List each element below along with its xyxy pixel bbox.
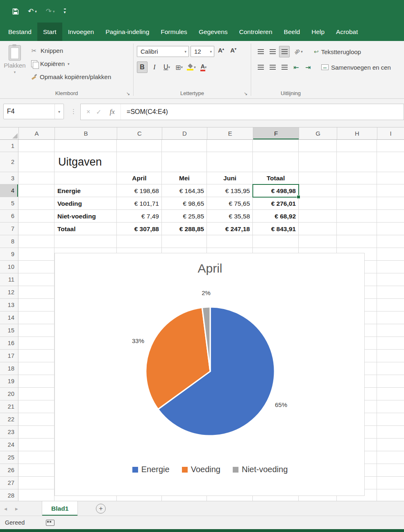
row-header-2[interactable]: 2 — [0, 152, 18, 172]
row-header-5[interactable]: 5 — [0, 197, 18, 210]
column-header-A[interactable]: A — [19, 127, 55, 139]
shrink-font-button[interactable]: A ▾ — [230, 47, 236, 54]
undo-button[interactable]: ↶ ▾ — [28, 8, 37, 15]
row-header-18[interactable]: 18 — [0, 362, 18, 375]
cell-E4[interactable]: € 135,95 — [207, 184, 253, 197]
sheet-nav-next-icon[interactable]: ▸ — [11, 501, 22, 516]
cell-C3[interactable]: April — [117, 172, 162, 184]
row-header-11[interactable]: 11 — [0, 273, 18, 286]
cell-F3[interactable]: Totaal — [253, 172, 299, 184]
orientation-button[interactable]: ab ▾ — [294, 49, 303, 55]
cell-E6[interactable]: € 35,58 — [207, 210, 253, 223]
font-size-combo[interactable]: 12 ▾ — [191, 46, 214, 57]
row-header-8[interactable]: 8 — [0, 235, 18, 248]
row-header-6[interactable]: 6 — [0, 210, 18, 223]
align-bottom-button[interactable] — [279, 46, 290, 57]
row-header-15[interactable]: 15 — [0, 324, 18, 337]
cell-C6[interactable]: € 7,49 — [117, 210, 162, 223]
ribbon-tab[interactable]: Acrobat — [330, 23, 363, 41]
italic-button[interactable]: I — [149, 61, 160, 73]
cancel-entry-icon[interactable]: × — [81, 108, 96, 116]
cell-E5[interactable]: € 75,65 — [207, 197, 253, 210]
cell-C7[interactable]: € 307,88 — [117, 223, 162, 235]
row-header-1[interactable]: 1 — [0, 140, 18, 152]
macro-record-icon[interactable] — [46, 520, 54, 526]
ribbon-tab[interactable]: Formules — [155, 23, 193, 41]
column-header-I[interactable]: I — [377, 127, 404, 139]
save-button[interactable] — [12, 8, 19, 15]
dialog-launcher-icon[interactable]: ↘ — [244, 91, 247, 96]
ribbon-tab[interactable]: Start — [37, 23, 62, 41]
cell-F5[interactable]: € 276,01 — [253, 197, 299, 210]
cell-C4[interactable]: € 198,68 — [117, 184, 162, 197]
insert-function-icon[interactable]: fx — [107, 108, 120, 116]
cell-D4[interactable]: € 164,35 — [162, 184, 207, 197]
row-header-17[interactable]: 17 — [0, 350, 18, 362]
row-header-10[interactable]: 10 — [0, 261, 18, 273]
bold-button[interactable]: B — [137, 61, 148, 73]
sheet-nav-prev-icon[interactable]: ◂ — [0, 501, 11, 516]
row-header-3[interactable]: 3 — [0, 172, 18, 184]
cell-D5[interactable]: € 98,65 — [162, 197, 207, 210]
name-box[interactable]: F4 ▾ — [3, 104, 64, 119]
add-sheet-button[interactable]: + — [96, 504, 106, 514]
copy-button[interactable]: Kopiëren ▾ — [30, 58, 111, 69]
align-right-button[interactable] — [279, 61, 290, 73]
legend-item-energie[interactable]: Energie — [132, 465, 170, 474]
column-header-C[interactable]: C — [117, 127, 162, 139]
align-middle-button[interactable] — [267, 46, 278, 57]
row-header-25[interactable]: 25 — [0, 451, 18, 464]
pie-chart[interactable]: April 65% 33% 2% Energie Voeding — [54, 253, 365, 496]
confirm-entry-icon[interactable]: ✓ — [96, 108, 107, 116]
grow-font-button[interactable]: A ▴ — [218, 47, 224, 54]
ribbon-tab[interactable]: Bestand — [2, 23, 37, 41]
ribbon-tab[interactable]: Controleren — [234, 23, 278, 41]
cell-B6[interactable]: Niet-voeding — [54, 210, 117, 223]
font-color-button[interactable]: A▾ — [198, 61, 209, 73]
cells-area[interactable]: UitgavenAprilMeiJuniTotaalEnergie€ 198,6… — [18, 140, 404, 501]
cell-B4[interactable]: Energie — [54, 184, 117, 197]
merge-center-button[interactable]: ⇔ Samenvoegen en cen — [321, 64, 391, 71]
borders-button[interactable]: ⊞▾ — [174, 61, 184, 73]
align-center-button[interactable] — [267, 61, 278, 73]
column-header-G[interactable]: G — [299, 127, 337, 139]
cell-C5[interactable]: € 101,71 — [117, 197, 162, 210]
legend-item-niet-voeding[interactable]: Niet-voeding — [233, 465, 288, 474]
row-header-24[interactable]: 24 — [0, 439, 18, 451]
ribbon-tab[interactable]: Help — [306, 23, 330, 41]
row-header-28[interactable]: 28 — [0, 489, 18, 501]
cell-D7[interactable]: € 288,85 — [162, 223, 207, 235]
cell-D3[interactable]: Mei — [162, 172, 207, 184]
select-all-corner[interactable] — [0, 127, 19, 139]
cut-button[interactable]: ✂ Knippen — [30, 45, 111, 56]
row-header-4[interactable]: 4 — [0, 184, 18, 197]
formula-input[interactable]: × ✓ fx =SOM(C4:E4) — [80, 104, 404, 120]
column-header-B[interactable]: B — [55, 127, 117, 139]
cell-D6[interactable]: € 25,85 — [162, 210, 207, 223]
underline-button[interactable]: U▾ — [161, 61, 172, 73]
row-header-12[interactable]: 12 — [0, 286, 18, 299]
legend-item-voeding[interactable]: Voeding — [182, 465, 220, 474]
row-header-16[interactable]: 16 — [0, 337, 18, 350]
row-header-14[interactable]: 14 — [0, 311, 18, 324]
row-header-21[interactable]: 21 — [0, 400, 18, 413]
cell-F7[interactable]: € 843,91 — [253, 223, 299, 235]
row-header-20[interactable]: 20 — [0, 388, 18, 400]
cell-E7[interactable]: € 247,18 — [207, 223, 253, 235]
row-header-13[interactable]: 13 — [0, 299, 18, 311]
row-header-23[interactable]: 23 — [0, 426, 18, 439]
paste-button[interactable]: Plakken ▾ — [2, 44, 27, 86]
wrap-text-button[interactable]: ↩ Tekstterugloop — [314, 48, 361, 55]
row-header-26[interactable]: 26 — [0, 464, 18, 477]
ribbon-tab[interactable]: Invoegen — [62, 23, 100, 41]
column-header-H[interactable]: H — [337, 127, 377, 139]
dialog-launcher-icon[interactable]: ↘ — [126, 91, 130, 96]
row-header-22[interactable]: 22 — [0, 413, 18, 426]
cell-B2[interactable]: Uitgaven — [54, 152, 117, 172]
column-header-D[interactable]: D — [162, 127, 207, 139]
row-header-19[interactable]: 19 — [0, 375, 18, 388]
row-header-7[interactable]: 7 — [0, 223, 18, 235]
increase-indent-button[interactable]: ⇥ — [303, 61, 313, 73]
cell-F6[interactable]: € 68,92 — [253, 210, 299, 223]
format-painter-button[interactable]: Opmaak kopiëren/plakken — [30, 71, 111, 82]
